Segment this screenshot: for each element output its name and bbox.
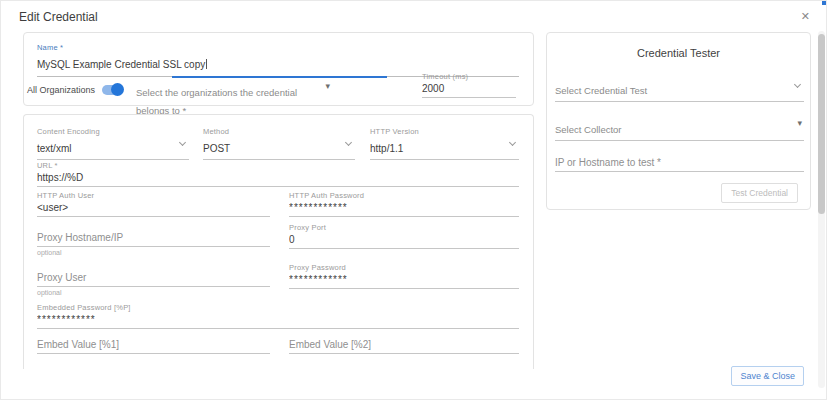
toggle-knob [111, 83, 124, 96]
all-organizations-label: All Organizations [27, 85, 95, 95]
embed-value-2-input[interactable] [289, 337, 519, 354]
ip-hostname-input[interactable] [555, 155, 804, 172]
credential-tester-title: Credential Tester [547, 47, 810, 59]
embed-value-1-input[interactable] [37, 337, 270, 354]
edit-credential-dialog: Edit Credential ✕ Name * MySQL Example C… [0, 0, 827, 400]
proxy-hostname-helper: optional [37, 249, 270, 256]
url-input[interactable] [37, 170, 519, 187]
proxy-user-input[interactable] [37, 270, 270, 287]
name-label: Name * [37, 43, 519, 52]
chevron-down-icon [794, 81, 801, 88]
timeout-input[interactable] [422, 81, 516, 98]
chevron-down-icon [179, 139, 186, 146]
proxy-port-input[interactable] [289, 232, 519, 249]
http-version-label: HTTP Version [370, 127, 519, 136]
embed-value-1-field[interactable] [37, 337, 270, 354]
proxy-password-field[interactable]: Proxy Password [289, 263, 519, 289]
focus-underline [172, 76, 387, 78]
proxy-user-field[interactable]: optional [37, 270, 270, 296]
url-label: URL * [37, 161, 519, 170]
dropdown-arrow-icon: ▾ [797, 118, 802, 128]
http-auth-user-input[interactable] [37, 200, 270, 217]
dialog-title: Edit Credential [19, 10, 98, 24]
scrollbar[interactable] [818, 31, 825, 388]
content-encoding-select[interactable]: Content Encoding text/xml [37, 127, 189, 160]
all-organizations-toggle[interactable] [102, 85, 123, 95]
content-encoding-label: Content Encoding [37, 127, 189, 136]
http-version-select[interactable]: HTTP Version http/1.1 [370, 127, 519, 160]
url-field[interactable]: URL * [37, 161, 519, 187]
timeout-field[interactable]: Timeout (ms) [422, 72, 516, 98]
chevron-down-icon [345, 139, 352, 146]
save-close-button[interactable]: Save & Close [731, 366, 804, 386]
credential-details-card: Content Encoding text/xml Method POST HT… [23, 114, 534, 369]
http-auth-password-field[interactable]: HTTP Auth Password [289, 191, 519, 217]
embedded-password-input[interactable] [37, 312, 519, 329]
window-corner-artifact [822, 1, 826, 5]
method-label: Method [203, 127, 355, 136]
method-select[interactable]: Method POST [203, 127, 355, 160]
http-auth-user-field[interactable]: HTTP Auth User [37, 191, 270, 217]
chevron-down-icon [509, 139, 516, 146]
dropdown-arrow-icon: ▾ [325, 81, 330, 91]
proxy-hostname-field[interactable]: optional [37, 230, 270, 256]
embedded-password-field[interactable]: Embedded Password [%P] [37, 303, 519, 329]
proxy-hostname-input[interactable] [37, 230, 270, 247]
http-auth-user-label: HTTP Auth User [37, 191, 270, 200]
proxy-password-label: Proxy Password [289, 263, 519, 272]
proxy-password-input[interactable] [289, 272, 519, 289]
proxy-port-label: Proxy Port [289, 223, 519, 232]
collector-select[interactable]: Select Collector ▾ [555, 117, 804, 141]
credential-test-select[interactable]: Select Credential Test [555, 78, 804, 102]
test-credential-button[interactable]: Test Credential [721, 183, 798, 203]
proxy-port-field[interactable]: Proxy Port [289, 223, 519, 249]
http-auth-password-input[interactable] [289, 200, 519, 217]
credential-tester-card: Credential Tester Select Credential Test… [546, 32, 811, 210]
timeout-label: Timeout (ms) [422, 72, 516, 81]
text-caret [206, 59, 207, 69]
embedded-password-label: Embedded Password [%P] [37, 303, 519, 312]
basic-info-card: Name * MySQL Example Credential SSL copy… [23, 32, 534, 106]
proxy-user-helper: optional [37, 289, 270, 296]
close-icon[interactable]: ✕ [801, 9, 810, 23]
ip-hostname-field[interactable] [555, 155, 804, 172]
http-auth-password-label: HTTP Auth Password [289, 191, 519, 200]
scrollbar-thumb[interactable] [818, 34, 825, 214]
embed-value-2-field[interactable] [289, 337, 519, 354]
